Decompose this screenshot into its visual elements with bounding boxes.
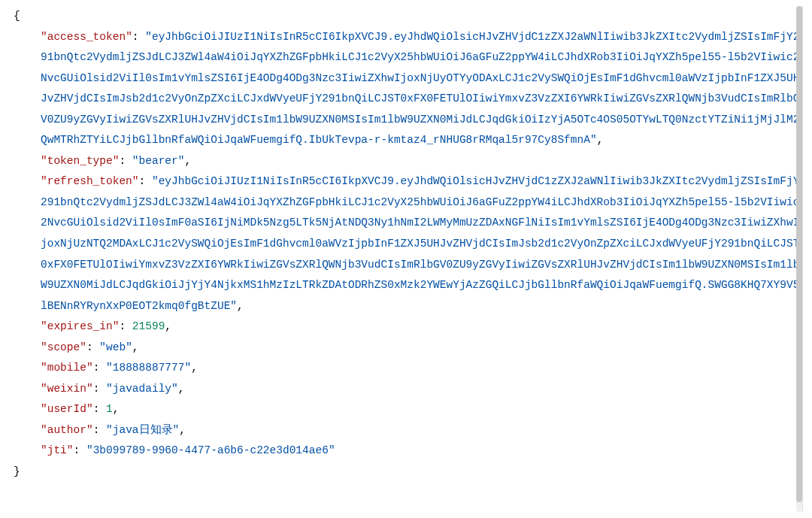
json-string-value: java日知录 <box>113 424 173 436</box>
json-key: author <box>47 424 86 436</box>
json-line: "token_type": "bearer", <box>41 151 802 172</box>
json-string-value: eyJhbGciOiJIUzI1NiIsInR5cCI6IkpXVCJ9.eyJ… <box>41 31 799 147</box>
json-key: mobile <box>47 362 86 374</box>
close-brace: } <box>14 465 20 477</box>
json-key: token_type <box>47 155 113 167</box>
json-line: "scope": "web", <box>41 338 802 359</box>
json-number-value: 21599 <box>132 320 165 332</box>
json-line: "userId": 1, <box>41 399 802 420</box>
json-string-value: 3b099789-9960-4477-a6b6-c22e3d014ae6 <box>93 444 329 456</box>
json-line: "refresh_token": "eyJhbGciOiJIUzI1NiIsIn… <box>41 171 802 317</box>
json-string-value: web <box>106 341 126 353</box>
json-string-value: javadaily <box>113 383 171 395</box>
json-key: refresh_token <box>47 175 132 187</box>
json-line: "expires_in": 21599, <box>41 317 802 338</box>
json-string-value: bearer <box>139 155 178 167</box>
json-line: "jti": "3b099789-9960-4477-a6b6-c22e3d01… <box>41 441 802 462</box>
json-key: expires_in <box>47 320 113 332</box>
json-line: "mobile": "18888887777", <box>41 358 802 379</box>
json-line: "access_token": "eyJhbGciOiJIUzI1NiIsInR… <box>41 27 802 151</box>
json-number-value: 1 <box>106 403 113 415</box>
json-key: scope <box>47 341 80 353</box>
json-line: "weixin": "javadaily", <box>41 379 802 400</box>
json-key: access_token <box>47 31 126 43</box>
json-string-value: eyJhbGciOiJIUzI1NiIsInR5cCI6IkpXVCJ9.eyJ… <box>41 175 799 311</box>
json-key: jti <box>47 444 67 456</box>
json-body: "access_token": "eyJhbGciOiJIUzI1NiIsInR… <box>12 27 802 462</box>
json-string-value: 18888887777 <box>113 362 185 374</box>
json-key: userId <box>47 403 86 415</box>
json-viewer: { "access_token": "eyJhbGciOiJIUzI1NiIsI… <box>12 6 803 512</box>
json-key: weixin <box>47 383 86 395</box>
scrollbar-track[interactable] <box>796 6 802 512</box>
open-brace: { <box>14 10 20 22</box>
json-line: "author": "java日知录", <box>41 420 802 441</box>
scrollbar-thumb[interactable] <box>796 6 802 502</box>
